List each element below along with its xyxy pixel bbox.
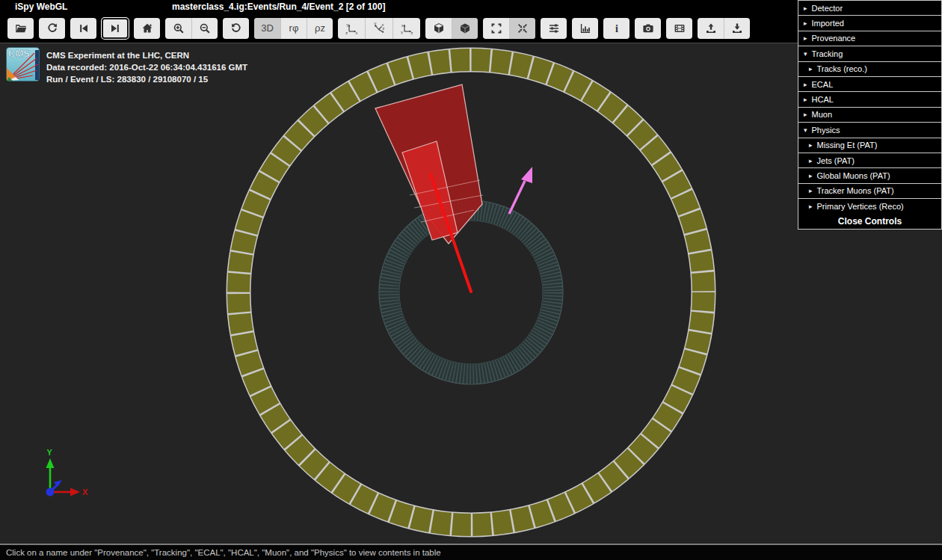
expand-arrow-icon: ▸: [809, 65, 813, 73]
event-file-title: masterclass_4.ig:Events/Run_4/Event_2 [2…: [172, 1, 385, 12]
ispy-app: iSpy WebGL masterclass_4.ig:Events/Run_4…: [0, 0, 942, 560]
axes-view-group: Yxz Yxz xzY: [338, 18, 420, 39]
cms-logo-text: CMS: [8, 48, 30, 59]
sidebar-item-tracks-reco[interactable]: ▸Tracks (reco.): [798, 61, 942, 77]
expand-arrow-icon: ▸: [804, 81, 807, 88]
undo-rotate-icon: [230, 22, 242, 34]
histogram-icon: [579, 22, 591, 34]
view-3d-button[interactable]: 3D: [254, 18, 280, 39]
close-controls-button[interactable]: Close Controls: [798, 213, 942, 229]
previous-icon: [78, 22, 90, 34]
sidebar-item-label: Primary Vertices (Reco): [817, 202, 904, 211]
solid-cube-button[interactable]: [452, 18, 478, 39]
info-icon: i: [611, 22, 623, 34]
expand-arrow-icon: ▸: [809, 141, 813, 149]
sidebar-item-label: Tracker Muons (PAT): [817, 186, 894, 195]
collapse-arrow-icon: ▾: [804, 126, 807, 134]
svg-text:x: x: [401, 22, 404, 27]
home-button[interactable]: [134, 18, 160, 39]
zoom-in-icon: [173, 22, 185, 34]
svg-text:Y: Y: [401, 30, 404, 34]
sidebar-item-label: Tracking: [812, 49, 843, 58]
sidebar-item-hcal[interactable]: ▸HCAL: [798, 91, 942, 107]
display-settings-button[interactable]: [541, 18, 567, 39]
animation-button[interactable]: [666, 18, 692, 39]
svg-text:Y: Y: [374, 22, 377, 26]
reload-icon: [46, 22, 58, 34]
next-event-button[interactable]: [102, 18, 129, 39]
sidebar-item-global-muons[interactable]: ▸Global Muons (PAT): [798, 167, 942, 183]
zoom-button-group: [165, 18, 218, 39]
expand-arrow-icon: ▸: [804, 19, 807, 27]
axes-yx-view-icon: Yxz: [344, 22, 359, 34]
upload-button[interactable]: [698, 18, 724, 39]
zoom-out-button[interactable]: [191, 18, 218, 39]
sidebar-item-physics[interactable]: ▾Physics: [798, 122, 942, 138]
axes-perspective-view-icon: Yxz: [372, 22, 387, 34]
home-icon: [141, 22, 153, 34]
info-button[interactable]: i: [603, 18, 629, 39]
film-icon: [674, 22, 686, 34]
z-axis-origin: [46, 488, 55, 496]
sidebar-item-label: Detector: [812, 4, 843, 13]
svg-text:z: z: [411, 30, 413, 34]
sidebar-item-label: Muon: [812, 110, 833, 119]
zoom-in-button[interactable]: [165, 18, 191, 39]
sidebar-item-provenance[interactable]: ▸Provenance: [798, 31, 942, 46]
svg-text:z: z: [345, 30, 348, 34]
axes-yx-view-button[interactable]: Yxz: [338, 18, 365, 39]
expand-arrow-icon: ▸: [809, 157, 813, 164]
axes-xz-view-button[interactable]: xzY: [392, 18, 420, 39]
open-file-button[interactable]: [7, 18, 34, 39]
sidebar-item-tracking[interactable]: ▾Tracking: [798, 46, 942, 61]
cube-style-group: [425, 18, 478, 39]
expand-arrow-icon: ▸: [809, 187, 813, 194]
cube-wireframe-icon: [433, 22, 445, 34]
exit-fullscreen-icon: [517, 22, 529, 34]
view-rhoz-button[interactable]: ρz: [307, 18, 333, 39]
wireframe-cube-button[interactable]: [425, 18, 452, 39]
upload-icon: [705, 22, 717, 34]
sidebar-item-missing-et[interactable]: ▸Missing Et (PAT): [798, 138, 942, 153]
sidebar-item-primary-vertices[interactable]: ▸Primary Vertices (Reco): [798, 198, 942, 214]
histogram-button[interactable]: [572, 18, 598, 39]
sidebar-item-jets[interactable]: ▸Jets (PAT): [798, 153, 942, 168]
sidebar-item-label: Imported: [812, 19, 844, 28]
view-rphi-button[interactable]: rφ: [280, 18, 307, 39]
sidebar-item-label: Global Muons (PAT): [817, 171, 890, 180]
x-axis-label: X: [82, 487, 88, 496]
svg-text:z: z: [383, 26, 385, 31]
sidebar-item-detector[interactable]: ▸Detector: [798, 0, 942, 16]
status-bar: Click on a name under "Provenance", "Tra…: [0, 544, 942, 560]
sidebar-item-ecal[interactable]: ▸ECAL: [798, 76, 942, 92]
screenshot-button[interactable]: [635, 18, 661, 39]
download-button[interactable]: [724, 18, 750, 39]
sidebar-item-muon[interactable]: ▸Muon: [798, 107, 942, 123]
y-axis-label: Y: [47, 448, 53, 457]
folder-open-icon: [15, 22, 27, 34]
reload-button[interactable]: [39, 18, 65, 39]
sidebar-item-imported[interactable]: ▸Imported: [798, 15, 942, 31]
next-icon: [109, 22, 121, 34]
sidebar-item-label: Missing Et (PAT): [817, 141, 878, 150]
data-recorded: Data recorded: 2016-Oct-22 06:34:04.4316…: [46, 61, 247, 73]
fullscreen-icon: [490, 22, 502, 34]
axes-xz-view-icon: xzY: [399, 22, 414, 34]
view-rhoz-label: ρz: [315, 22, 325, 34]
undo-rotate-button[interactable]: [223, 18, 249, 39]
sidebar-item-tracker-muons[interactable]: ▸Tracker Muons (PAT): [798, 183, 942, 199]
transfer-group: [698, 18, 750, 39]
exit-fullscreen-button[interactable]: [509, 18, 535, 39]
download-icon: [731, 22, 743, 34]
previous-event-button[interactable]: [70, 18, 96, 39]
experiment-title: CMS Experiment at the LHC, CERN: [46, 49, 247, 61]
svg-text:i: i: [615, 23, 618, 34]
collapse-arrow-icon: ▾: [804, 50, 807, 58]
sidebar-item-label: Jets (PAT): [817, 156, 855, 165]
expand-arrow-icon: ▸: [809, 203, 813, 210]
svg-text:x: x: [356, 30, 358, 34]
axes-perspective-view-button[interactable]: Yxz: [365, 18, 392, 39]
fullscreen-button[interactable]: [483, 18, 509, 39]
event-info-overlay: CMS CMS Experiment at the LHC, CERN Data…: [6, 47, 247, 85]
expand-arrow-icon: ▸: [804, 111, 807, 118]
